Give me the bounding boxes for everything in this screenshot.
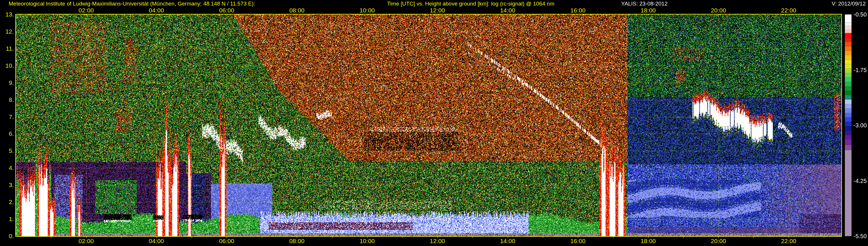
height-tick-label: 6. <box>0 130 14 137</box>
height-tick-label: 13. <box>0 11 14 18</box>
height-tick-label: 4. <box>0 165 14 171</box>
height-tick-label: 8. <box>0 97 14 103</box>
height-tick-label: 7. <box>0 114 14 120</box>
time-tick-label-bottom: 06:00 <box>206 238 247 244</box>
time-tick-label-top: 02:00 <box>66 7 106 13</box>
time-tick-label-bottom: 02:00 <box>66 238 106 244</box>
time-tick-label-bottom: 12:00 <box>417 238 458 244</box>
time-tick-label-top: 18:00 <box>628 7 669 13</box>
time-tick-label-top: 14:00 <box>488 7 528 13</box>
time-tick-label-bottom: 22:00 <box>769 238 809 244</box>
time-tick-label-top: 16:00 <box>558 7 598 13</box>
height-tick-label: 10. <box>0 63 14 69</box>
time-tick-label-top: 10:00 <box>347 7 388 13</box>
time-tick-label-top: 20:00 <box>698 7 739 13</box>
time-tick-label-bottom: 20:00 <box>698 238 739 244</box>
time-tick-label-top: 12:00 <box>417 7 458 13</box>
colorbar-tick-label: -1.75 <box>854 67 867 73</box>
time-tick-label-bottom: 16:00 <box>558 238 598 244</box>
time-tick-label-bottom: 18:00 <box>628 238 669 244</box>
time-tick-label-top: 22:00 <box>769 7 809 13</box>
instrument-date-label: YALIS: 23-08-2012 <box>621 1 668 7</box>
height-tick-label: 1. <box>0 216 14 222</box>
time-tick-label-top: 08:00 <box>277 7 317 13</box>
time-tick-label-bottom: 14:00 <box>488 238 528 244</box>
height-tick-label: 2. <box>0 199 14 205</box>
time-tick-label-top: 04:00 <box>136 7 177 13</box>
time-tick-label-bottom: 08:00 <box>277 238 317 244</box>
time-tick-label-bottom: 10:00 <box>347 238 388 244</box>
plot-title: Time [UTC] vs. Height above ground [km]:… <box>387 1 554 7</box>
lidar-heatmap-canvas <box>0 0 868 246</box>
colorbar-tick-label: -5.50 <box>854 233 867 239</box>
height-tick-label: 9. <box>0 80 14 86</box>
time-tick-label-bottom: 04:00 <box>136 238 177 244</box>
colorbar-tick-label: -3.00 <box>854 122 867 128</box>
lidar-quicklook-screen: { "header": { "institute": "Meteorologic… <box>0 0 868 246</box>
height-tick-label: 0. <box>0 233 14 239</box>
version-label: V: 2012/09/12 <box>832 1 866 7</box>
height-tick-label: 5. <box>0 148 14 154</box>
colorbar-tick-label: -4.25 <box>854 178 867 184</box>
height-tick-label: 11. <box>0 45 14 52</box>
colorbar-tick-label: -0.50 <box>854 11 867 18</box>
time-tick-label-top: 06:00 <box>206 7 247 13</box>
height-tick-label: 12. <box>0 28 14 35</box>
institute-title: Meteorological Institute of Ludwig-Maxim… <box>9 1 255 7</box>
height-tick-label: 3. <box>0 182 14 188</box>
